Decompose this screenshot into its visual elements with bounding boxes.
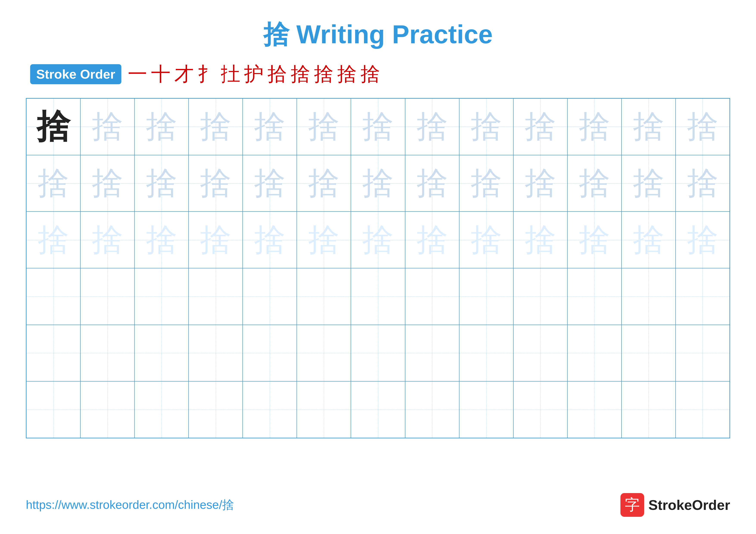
grid-cell[interactable]: 捨 <box>676 212 730 268</box>
grid-cell[interactable]: 捨 <box>351 98 405 155</box>
cell-character: 捨 <box>362 162 393 204</box>
cell-character: 捨 <box>525 219 556 261</box>
grid-cell[interactable] <box>567 325 622 381</box>
cell-character: 捨 <box>579 106 610 148</box>
grid-cell[interactable]: 捨 <box>26 155 80 212</box>
grid-cell[interactable] <box>676 268 730 325</box>
cell-character: 捨 <box>254 106 285 148</box>
grid-cell[interactable] <box>134 268 189 325</box>
grid-cell[interactable]: 捨 <box>622 98 676 155</box>
grid-cell[interactable] <box>513 268 567 325</box>
grid-cell[interactable] <box>26 268 80 325</box>
grid-cell[interactable]: 捨 <box>676 98 730 155</box>
grid-cell[interactable] <box>80 325 134 381</box>
grid-cell[interactable]: 捨 <box>26 98 80 155</box>
grid-cell[interactable] <box>622 325 676 381</box>
cell-character: 捨 <box>146 162 177 204</box>
grid-cell[interactable] <box>513 381 567 438</box>
grid-cell[interactable] <box>405 381 459 438</box>
grid-cell[interactable] <box>676 325 730 381</box>
grid-cell[interactable] <box>567 381 622 438</box>
grid-cell[interactable]: 捨 <box>134 155 189 212</box>
grid-cell[interactable] <box>459 268 513 325</box>
grid-cell[interactable]: 捨 <box>297 155 351 212</box>
footer: https://www.strokeorder.com/chinese/捨 字 … <box>26 493 730 517</box>
cell-character: 捨 <box>308 219 339 261</box>
grid-cell[interactable] <box>676 381 730 438</box>
grid-cell[interactable] <box>351 325 405 381</box>
stroke-step-7: 捨 <box>291 61 310 87</box>
grid-cell[interactable] <box>622 381 676 438</box>
grid-cell[interactable] <box>134 381 189 438</box>
grid-cell[interactable] <box>297 381 351 438</box>
grid-cell[interactable]: 捨 <box>676 155 730 212</box>
grid-cell[interactable]: 捨 <box>80 155 134 212</box>
grid-cell[interactable]: 捨 <box>134 98 189 155</box>
grid-cell[interactable]: 捨 <box>243 98 297 155</box>
grid-cell[interactable] <box>189 325 243 381</box>
grid-cell[interactable]: 捨 <box>189 98 243 155</box>
grid-cell[interactable]: 捨 <box>189 212 243 268</box>
grid-cell[interactable] <box>80 381 134 438</box>
grid-cell[interactable]: 捨 <box>405 155 459 212</box>
grid-cell[interactable]: 捨 <box>405 212 459 268</box>
grid-cell[interactable] <box>243 268 297 325</box>
grid-cell[interactable] <box>189 381 243 438</box>
grid-cell[interactable]: 捨 <box>513 212 567 268</box>
grid-cell[interactable] <box>26 381 80 438</box>
stroke-step-4: 扗 <box>221 61 240 87</box>
grid-cell[interactable] <box>405 268 459 325</box>
grid-cell[interactable]: 捨 <box>134 212 189 268</box>
stroke-step-3: 扌 <box>198 61 217 87</box>
grid-cell[interactable] <box>189 268 243 325</box>
cell-character: 捨 <box>579 162 610 204</box>
grid-cell[interactable]: 捨 <box>189 155 243 212</box>
grid-cell[interactable]: 捨 <box>513 98 567 155</box>
stroke-step-8: 捨 <box>314 61 334 87</box>
grid-cell[interactable]: 捨 <box>26 212 80 268</box>
cell-character: 捨 <box>37 104 70 149</box>
cell-character: 捨 <box>38 219 69 261</box>
stroke-step-9: 捨 <box>337 61 357 87</box>
grid-cell[interactable]: 捨 <box>567 155 622 212</box>
grid-cell[interactable] <box>622 268 676 325</box>
grid-cell[interactable] <box>459 325 513 381</box>
grid-cell[interactable] <box>351 381 405 438</box>
grid-cell[interactable]: 捨 <box>80 98 134 155</box>
grid-cell[interactable]: 捨 <box>567 212 622 268</box>
grid-cell[interactable] <box>26 325 80 381</box>
grid-cell[interactable] <box>351 268 405 325</box>
grid-cell[interactable]: 捨 <box>459 98 513 155</box>
grid-cell[interactable]: 捨 <box>567 98 622 155</box>
grid-cell[interactable]: 捨 <box>243 212 297 268</box>
logo-text: StrokeOrder <box>648 497 730 513</box>
grid-cell[interactable] <box>567 268 622 325</box>
grid-cell[interactable] <box>459 381 513 438</box>
cell-character: 捨 <box>525 162 556 204</box>
cell-character: 捨 <box>308 162 339 204</box>
grid-cell[interactable] <box>513 325 567 381</box>
grid-cell[interactable]: 捨 <box>80 212 134 268</box>
cell-character: 捨 <box>417 106 448 148</box>
grid-cell[interactable]: 捨 <box>297 98 351 155</box>
cell-character: 捨 <box>633 162 664 204</box>
grid-cell[interactable]: 捨 <box>459 212 513 268</box>
grid-cell[interactable]: 捨 <box>243 155 297 212</box>
grid-cell[interactable]: 捨 <box>622 155 676 212</box>
grid-cell[interactable] <box>405 325 459 381</box>
grid-cell[interactable]: 捨 <box>459 155 513 212</box>
grid-cell[interactable] <box>297 268 351 325</box>
grid-cell[interactable]: 捨 <box>351 212 405 268</box>
grid-cell[interactable]: 捨 <box>405 98 459 155</box>
grid-cell[interactable] <box>80 268 134 325</box>
grid-cell[interactable] <box>243 381 297 438</box>
grid-cell[interactable]: 捨 <box>513 155 567 212</box>
grid-cell[interactable]: 捨 <box>622 212 676 268</box>
grid-cell[interactable] <box>134 325 189 381</box>
grid-cell[interactable] <box>243 325 297 381</box>
grid-cell[interactable] <box>297 325 351 381</box>
grid-cell[interactable]: 捨 <box>297 212 351 268</box>
stroke-step-10: 捨 <box>361 61 380 87</box>
practice-grid: 捨捨捨捨捨捨捨捨捨捨捨捨捨捨捨捨捨捨捨捨捨捨捨捨捨捨捨捨捨捨捨捨捨捨捨捨捨捨捨 <box>26 98 730 438</box>
grid-cell[interactable]: 捨 <box>351 155 405 212</box>
